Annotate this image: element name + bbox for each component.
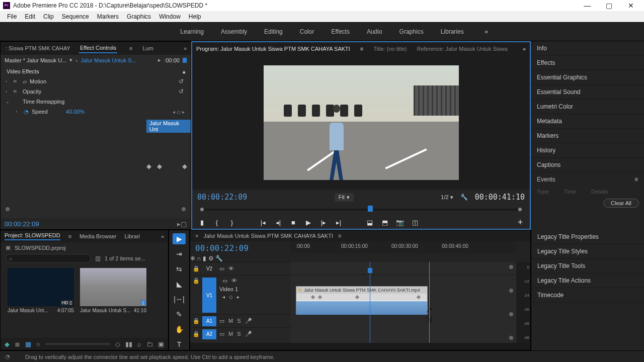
panel-menu-icon[interactable]: ≡ bbox=[68, 233, 71, 239]
panel-info[interactable]: Info bbox=[531, 41, 644, 56]
panel-overflow-icon[interactable]: » bbox=[184, 45, 187, 51]
keyframe-add-icon[interactable]: ◇ bbox=[229, 294, 233, 300]
workspace-learning[interactable]: Learning bbox=[180, 28, 204, 35]
mark-in-icon[interactable]: { bbox=[212, 218, 221, 227]
ec-timecode[interactable]: 00:00:22:09 bbox=[5, 220, 39, 228]
transform-icon[interactable]: ▱ bbox=[23, 78, 27, 85]
timeline-playhead[interactable] bbox=[370, 262, 370, 343]
lock-icon[interactable]: 🔒 bbox=[190, 318, 202, 324]
ec-sequence-link[interactable]: Jalur Masuk Untuk S... bbox=[80, 57, 136, 63]
ec-master-clip[interactable]: Master * Jalur Masuk U... bbox=[5, 57, 66, 63]
panel-menu-icon[interactable]: ≡ bbox=[338, 233, 341, 239]
resolution-dropdown[interactable]: 1/2 ▾ bbox=[441, 194, 453, 201]
comparison-icon[interactable]: ◫ bbox=[411, 218, 420, 227]
slip-tool[interactable]: |↔| bbox=[173, 294, 186, 305]
panel-effects[interactable]: Effects bbox=[531, 56, 644, 70]
panel-overflow-icon[interactable]: » bbox=[523, 46, 526, 52]
menu-markers[interactable]: Markers bbox=[93, 13, 123, 20]
list-view-icon[interactable]: ≣ bbox=[15, 340, 20, 348]
timeline-ruler[interactable]: :00:00 00:00:15:00 00:00:30:00 00:00:45:… bbox=[291, 241, 516, 253]
panel-events[interactable]: Events bbox=[537, 176, 555, 183]
panel-metadata[interactable]: Metadata bbox=[531, 114, 644, 129]
twirl-icon[interactable]: › bbox=[16, 109, 21, 114]
toggle-sync-icon[interactable]: 👁 bbox=[231, 278, 237, 284]
selection-tool[interactable]: ▶ bbox=[173, 233, 186, 244]
chevron-down-icon[interactable]: ▾ bbox=[69, 57, 72, 63]
fx-badge-icon[interactable]: fx bbox=[14, 89, 20, 94]
workspace-audio[interactable]: Audio bbox=[367, 28, 382, 35]
track-a1[interactable]: A1 bbox=[202, 316, 216, 326]
panel-legacy-title-properties[interactable]: Legacy Title Properties bbox=[531, 230, 644, 244]
ec-speed-value[interactable]: 40.00% bbox=[66, 109, 85, 115]
clear-all-button[interactable]: Clear All bbox=[603, 199, 639, 208]
twirl-down-icon[interactable]: ⌄ bbox=[6, 99, 11, 104]
settings-icon[interactable]: ⚙ bbox=[208, 255, 214, 262]
razor-tool[interactable]: ◣ bbox=[173, 279, 186, 290]
timeline-horizontal-scroll[interactable] bbox=[190, 343, 530, 350]
toggle-output-icon[interactable]: ▭ bbox=[219, 318, 224, 324]
program-playhead[interactable] bbox=[368, 206, 373, 212]
new-bin-icon[interactable]: 🗀 bbox=[146, 340, 153, 348]
tab-libraries[interactable]: Librari bbox=[124, 233, 140, 239]
toggle-output-icon[interactable]: ▭ bbox=[219, 331, 224, 337]
goto-in-icon[interactable]: |◂ bbox=[259, 218, 268, 227]
program-timecode-current[interactable]: 00:00:22:09 bbox=[197, 193, 247, 202]
export-frame-icon[interactable]: 📷 bbox=[395, 218, 405, 227]
menu-graphics[interactable]: Graphics bbox=[123, 13, 155, 20]
solo-button[interactable]: S bbox=[237, 318, 240, 324]
toggle-output-icon[interactable]: ▭ bbox=[219, 265, 224, 272]
program-tab[interactable]: Program: Jalur Masuk Untuk Siswa PTM SMK… bbox=[196, 46, 350, 52]
track-v1[interactable]: V1 bbox=[202, 278, 216, 313]
workspace-graphics[interactable]: Graphics bbox=[399, 28, 424, 35]
keyframe-next-icon[interactable]: ▸ bbox=[237, 294, 239, 300]
track-v2[interactable]: V2 bbox=[202, 264, 216, 274]
panel-history[interactable]: History bbox=[531, 143, 644, 158]
tab-project[interactable]: Project: SLOWSPEDD bbox=[5, 232, 60, 240]
find-icon[interactable]: ⌕ bbox=[137, 340, 141, 348]
write-lock-icon[interactable]: ◆ bbox=[5, 340, 10, 348]
keyframe-icon[interactable] bbox=[355, 295, 359, 299]
mark-out-icon[interactable]: } bbox=[227, 218, 236, 227]
project-item-2[interactable]: ▯ Jalur Masuk Untuk S...41:10 bbox=[80, 268, 146, 313]
menu-sequence[interactable]: Sequence bbox=[58, 13, 93, 20]
menu-file[interactable]: File bbox=[3, 13, 21, 20]
ec-keyframe-markers[interactable]: ◆ ◆ ◆ bbox=[146, 162, 187, 170]
close-button[interactable]: ✕ bbox=[621, 2, 641, 10]
wrench-icon[interactable]: 🔧 bbox=[460, 194, 468, 201]
panel-menu-icon[interactable]: ≡ bbox=[634, 176, 638, 183]
panel-markers[interactable]: Markers bbox=[531, 129, 644, 143]
twirl-icon[interactable]: › bbox=[6, 89, 11, 94]
timeline-sequence-name[interactable]: Jalur Masuk Untuk Siswa PTM SMK CAHAYA S… bbox=[203, 233, 333, 239]
panel-menu-icon[interactable]: ≡ bbox=[129, 45, 132, 51]
panel-captions[interactable]: Captions bbox=[531, 158, 644, 172]
scroll-handle-left[interactable] bbox=[6, 207, 10, 211]
hand-tool[interactable]: ✋ bbox=[173, 324, 186, 335]
marker-icon[interactable]: ▮ bbox=[197, 218, 206, 227]
tab-media-browser[interactable]: Media Browser bbox=[79, 233, 116, 239]
reset-icon[interactable]: ↺ bbox=[179, 88, 184, 95]
workspace-effects[interactable]: Effects bbox=[331, 28, 349, 35]
ec-zoom-icon[interactable]: ▸▢ bbox=[177, 220, 187, 228]
tab-source[interactable]: : Siswa PTM SMK CAHAYA SAKTI.mp4 bbox=[5, 44, 70, 53]
twirl-up-icon[interactable]: ▴ bbox=[183, 68, 186, 75]
workspace-libraries[interactable]: Libraries bbox=[441, 28, 464, 35]
timeline-tracks-area[interactable]: fxJalur Masuk Untuk Siswa PTM SMK CAHAYA… bbox=[291, 262, 516, 343]
panel-legacy-title-tools[interactable]: Legacy Title Tools bbox=[531, 259, 644, 274]
step-back-icon[interactable]: ◂| bbox=[274, 218, 283, 227]
sort-icon[interactable]: ◇ bbox=[115, 340, 120, 348]
ec-motion[interactable]: Motion bbox=[30, 78, 46, 84]
linked-selection-icon[interactable]: ∩ bbox=[197, 255, 201, 262]
panel-legacy-title-styles[interactable]: Legacy Title Styles bbox=[531, 244, 644, 259]
menu-edit[interactable]: Edit bbox=[21, 13, 39, 20]
track-select-tool[interactable]: ⇥ bbox=[173, 248, 186, 259]
scroll-handle[interactable] bbox=[509, 312, 513, 316]
mute-button[interactable]: M bbox=[228, 318, 233, 324]
workspace-color[interactable]: Color bbox=[300, 28, 314, 35]
tab-effect-controls[interactable]: Effect Controls bbox=[79, 43, 117, 53]
play-icon[interactable]: ▶ bbox=[304, 218, 313, 227]
automate-icon[interactable]: ▮▮ bbox=[125, 340, 132, 348]
ec-time-remapping[interactable]: Time Remapping bbox=[23, 99, 64, 105]
menu-window[interactable]: Window bbox=[155, 13, 185, 20]
project-search-input[interactable]: ⌕ bbox=[6, 254, 91, 263]
solo-button[interactable]: S bbox=[237, 331, 240, 337]
